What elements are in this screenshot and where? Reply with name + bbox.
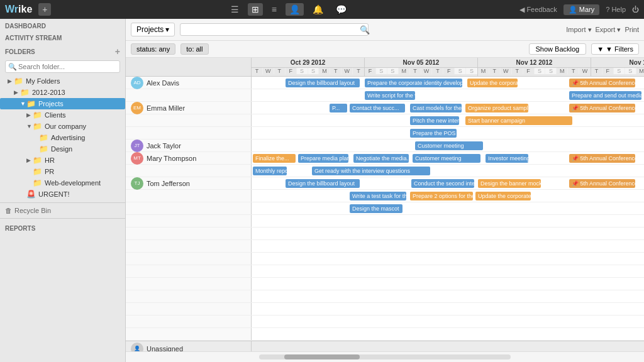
recycle-bin[interactable]: 🗑 Recycle Bin bbox=[0, 206, 125, 216]
gantt-row-alex-2: Write script for the video Prepare and s… bbox=[126, 89, 644, 102]
avatar-alex: AD bbox=[131, 77, 143, 89]
task-bar[interactable]: Prepare the POS bbox=[410, 129, 457, 138]
task-bar[interactable]: Write a test task for the... bbox=[350, 192, 406, 200]
help-button[interactable]: ? Help bbox=[606, 6, 626, 13]
gantt-timeline-jack-1: Customer meeting bbox=[252, 140, 644, 151]
import-button[interactable]: Import ▾ bbox=[566, 26, 591, 34]
user-label-alex: AD Alex Davis bbox=[126, 77, 252, 89]
gantt-row-empty bbox=[126, 215, 644, 228]
sidebar-item-2012-2013[interactable]: ▶ 📁 2012-2013 bbox=[0, 87, 125, 98]
task-bar[interactable]: Write script for the video bbox=[365, 91, 415, 100]
status-filter[interactable]: status: any bbox=[131, 43, 175, 55]
task-bar[interactable]: Conduct the second interview bbox=[411, 179, 474, 188]
sidebar-item-our-company[interactable]: ▼ 📁 Our company bbox=[0, 121, 125, 132]
gantt-timeline-tom-2: Write a test task for the... Prepare 2 o… bbox=[252, 190, 644, 202]
sidebar-item-clients[interactable]: ▶ 📁 Clients bbox=[0, 109, 125, 121]
projects-dropdown[interactable]: Projects ▾ bbox=[131, 23, 175, 36]
gantt-timeline-emma-3: Prepare the POS bbox=[252, 127, 644, 139]
print-button[interactable]: Print bbox=[625, 26, 639, 34]
user-label-unassigned: 👤 Unassigned bbox=[126, 341, 252, 351]
sidebar-item-pr[interactable]: 📁 PR bbox=[0, 166, 125, 177]
task-bar[interactable]: Start banner campaign bbox=[465, 116, 572, 125]
user-label-emma: EM Emma Miller bbox=[126, 102, 252, 114]
week-label-nov05: Nov 05 2012 bbox=[365, 58, 477, 68]
search-input[interactable] bbox=[180, 23, 369, 36]
week-label-nov12: Nov 12 2012 bbox=[478, 58, 591, 68]
gantt-timeline-tom-3: Design the mascot bbox=[252, 202, 644, 214]
gantt-row-empty9 bbox=[126, 315, 644, 328]
nav-chat-icon[interactable]: 💬 bbox=[332, 3, 350, 16]
day-W2: W bbox=[341, 68, 353, 74]
task-bar[interactable]: Design the billboard layout bbox=[286, 79, 360, 87]
task-bar[interactable]: Negotiate the media... bbox=[353, 154, 409, 163]
gantt-timeline-mary-1: Finalize the... Prepare media plan Negot… bbox=[252, 152, 644, 164]
task-bar[interactable]: Prepare media plan bbox=[298, 154, 348, 163]
task-bar[interactable]: Finalize the... bbox=[253, 154, 296, 163]
to-filter[interactable]: to: all bbox=[180, 43, 208, 55]
add-folder-icon[interactable]: + bbox=[115, 47, 120, 57]
task-bar[interactable]: Prepare the corporate identity develop..… bbox=[365, 79, 462, 87]
arrow-icon: ▼ bbox=[20, 101, 26, 107]
task-bar[interactable]: 📌 5th Annual Conference bbox=[569, 104, 635, 112]
task-bar[interactable]: P... bbox=[330, 104, 347, 112]
add-button[interactable]: + bbox=[38, 3, 51, 16]
export-button[interactable]: Export ▾ bbox=[596, 26, 621, 34]
sidebar-item-projects[interactable]: ▼ 📁 Projects bbox=[0, 98, 125, 109]
task-bar[interactable]: Design the mascot bbox=[350, 204, 402, 213]
nav-grid-icon[interactable]: ⊞ bbox=[248, 3, 263, 16]
sidebar-item-hr[interactable]: ▶ 📁 HR bbox=[0, 155, 125, 166]
task-bar[interactable]: Monthly report bbox=[253, 167, 287, 175]
user-menu[interactable]: 👤 Mary bbox=[564, 4, 600, 15]
task-bar[interactable]: 📌 5th Annual Conference bbox=[569, 154, 635, 163]
filters-button[interactable]: ▼ ▼ Filters bbox=[591, 43, 639, 55]
week-label-nov19: Nov 19 2012 bbox=[591, 58, 644, 68]
task-bar[interactable]: Investor meeting bbox=[486, 154, 528, 163]
nav-list-icon[interactable]: ☰ bbox=[227, 3, 243, 16]
task-bar[interactable]: Prepare and send out media kit bbox=[569, 91, 641, 100]
sidebar-item-urgent[interactable]: 🚨 URGENT! bbox=[0, 189, 125, 200]
search-icon: 🔍 bbox=[8, 63, 17, 71]
gantt-spacer bbox=[126, 190, 252, 202]
gantt-row-empty6 bbox=[126, 278, 644, 290]
task-bar[interactable]: 📌 5th Annual Conference bbox=[569, 79, 635, 87]
sidebar-item-advertising[interactable]: 📁 Advertising bbox=[0, 132, 125, 143]
task-bar[interactable]: Design the banner mock-up bbox=[478, 179, 541, 188]
nav-gantt-icon[interactable]: ≡ bbox=[268, 3, 280, 16]
search-submit-icon[interactable]: 🔍 bbox=[360, 25, 370, 35]
nav-profile-icon[interactable]: 👤 bbox=[286, 3, 304, 16]
show-backlog-button[interactable]: Show Backlog bbox=[529, 43, 587, 55]
task-bar[interactable]: 📌 5th Annual Conference bbox=[569, 179, 635, 188]
sidebar-item-web-dev[interactable]: 📁 Web-development bbox=[0, 177, 125, 189]
sidebar-item-design[interactable]: 📁 Design bbox=[0, 143, 125, 155]
task-bar[interactable]: Pitch the new interview bbox=[410, 116, 459, 125]
task-bar[interactable]: Customer meeting bbox=[415, 141, 483, 150]
task-bar[interactable]: Contact the succ... bbox=[350, 104, 405, 112]
gantt-timeline-emma-1: P... Contact the succ... Cast models for… bbox=[252, 102, 644, 114]
gantt-row-tom-3: Design the mascot bbox=[126, 202, 644, 215]
task-bar[interactable]: Design the billboard layout bbox=[286, 179, 360, 188]
task-bar[interactable]: Get ready with the interview questions bbox=[312, 167, 430, 175]
task-bar[interactable]: Prepare 2 options for the c... bbox=[410, 192, 473, 200]
search-input[interactable] bbox=[5, 60, 120, 73]
recycle-icon: 🗑 bbox=[5, 207, 12, 214]
nav-inbox-icon[interactable]: 🔔 bbox=[309, 3, 327, 16]
folder-icon: 📁 bbox=[39, 133, 49, 142]
gantt-scrollbar-footer bbox=[126, 351, 644, 362]
horizontal-scrollbar-track[interactable] bbox=[259, 354, 511, 359]
logout-button[interactable]: ⏻ bbox=[632, 6, 639, 13]
gantt-timeline-alex-1: Design the billboard layout Prepare the … bbox=[252, 77, 644, 89]
task-bar[interactable]: Update the corporate site bbox=[475, 192, 531, 200]
user-label-tom: TJ Tom Jefferson bbox=[126, 177, 252, 189]
urgent-icon: 🚨 bbox=[26, 190, 36, 199]
user-label-jack: JT Jack Taylor bbox=[126, 140, 252, 151]
task-bar[interactable]: Cast models for the shoot bbox=[410, 104, 462, 112]
day-T2: T bbox=[274, 68, 286, 74]
task-bar[interactable]: Organize product sampling bbox=[465, 104, 528, 112]
horizontal-scrollbar-thumb[interactable] bbox=[284, 354, 360, 359]
feedback-button[interactable]: ◀ Feedback bbox=[519, 6, 557, 14]
task-bar[interactable]: Update the corporate site bbox=[467, 79, 518, 87]
sidebar-item-my-folders[interactable]: ▶ 📁 My Folders bbox=[0, 75, 125, 87]
content-area: Projects ▾ 🔍 Import ▾ Export ▾ Print sta… bbox=[126, 19, 644, 362]
task-bar[interactable]: Customer meeting bbox=[413, 154, 480, 163]
user-name-tom: Tom Jefferson bbox=[147, 180, 190, 187]
